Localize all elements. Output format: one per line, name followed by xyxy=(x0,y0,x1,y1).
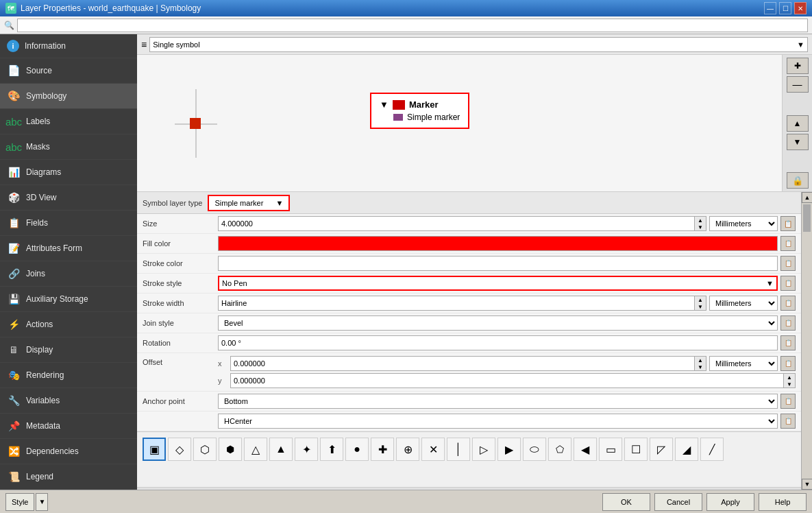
sidebar-item-metadata[interactable]: 📌 Metadata xyxy=(0,414,137,439)
search-input[interactable] xyxy=(17,19,808,32)
sidebar-item-diagrams[interactable]: 📊 Diagrams xyxy=(0,160,137,185)
offset-copy-button[interactable]: 📋 xyxy=(780,356,796,371)
shape-cross-circle-button[interactable]: ⊕ xyxy=(396,438,419,461)
stroke-color-copy-button[interactable]: 📋 xyxy=(780,256,796,271)
stroke-color-picker[interactable] xyxy=(218,256,778,271)
offset-x-spin-down[interactable]: ▼ xyxy=(695,363,706,370)
maximize-button[interactable]: ☐ xyxy=(779,2,791,14)
sidebar-item-rendering[interactable]: 🎭 Rendering xyxy=(0,363,137,388)
shape-square-outline-button[interactable]: ☐ xyxy=(624,438,648,461)
layer-rendering-bar[interactable]: ▶ Layer Rendering xyxy=(137,487,801,490)
scroll-thumb[interactable] xyxy=(803,204,811,232)
shape-star-button[interactable]: ✦ xyxy=(295,438,318,461)
offset-y-spin-down[interactable]: ▼ xyxy=(784,381,795,387)
simple-marker-swatch xyxy=(393,114,403,121)
size-copy-button[interactable]: 📋 xyxy=(780,216,796,231)
sidebar-item-fields[interactable]: 📋 Fields xyxy=(0,211,137,236)
sidebar-item-display[interactable]: 🖥 Display xyxy=(0,337,137,363)
move-down-button[interactable]: ▼ xyxy=(787,134,809,150)
size-unit-select[interactable]: Millimeters Pixels Points xyxy=(709,216,778,231)
sidebar-item-variables[interactable]: 🔧 Variables xyxy=(0,388,137,414)
sidebar-item-legend[interactable]: 📜 Legend xyxy=(0,464,137,490)
cancel-button[interactable]: Cancel xyxy=(654,493,702,511)
shape-triangle-up-button[interactable]: △ xyxy=(244,438,267,461)
sidebar-item-masks[interactable]: abc Masks xyxy=(0,134,137,160)
offset-x-spinbox: ▲ ▼ xyxy=(230,356,706,371)
sidebar-item-dependencies[interactable]: 🔀 Dependencies xyxy=(0,439,137,464)
apply-button[interactable]: Apply xyxy=(706,493,754,511)
symbol-tree: ▼ Marker Simple marker xyxy=(137,55,782,191)
stroke-width-copy-button[interactable]: 📋 xyxy=(780,296,796,311)
shape-x-button[interactable]: ✕ xyxy=(421,438,445,461)
close-button[interactable]: ✕ xyxy=(794,2,807,14)
sidebar-item-label: Information xyxy=(25,41,66,51)
shape-hexagon-button[interactable]: ⬡ xyxy=(193,438,217,461)
sidebar-item-3dview[interactable]: 🎲 3D View xyxy=(0,185,137,211)
sidebar-item-joins[interactable]: 🔗 Joins xyxy=(0,261,137,287)
anchor-point-copy-button[interactable]: 📋 xyxy=(780,394,796,409)
minimize-button[interactable]: — xyxy=(764,2,776,14)
add-layer-button[interactable]: ✚ xyxy=(787,58,809,74)
style-dropdown-arrow[interactable]: ▼ xyxy=(36,493,48,511)
sidebar-item-labels[interactable]: abc Labels xyxy=(0,109,137,134)
offset-x-spin-up[interactable]: ▲ xyxy=(695,357,706,363)
shape-arrow-right-filled-button[interactable]: ▶ xyxy=(497,438,521,461)
rotation-input[interactable] xyxy=(218,335,778,350)
fill-color-picker[interactable] xyxy=(218,236,778,251)
size-spin-down[interactable]: ▼ xyxy=(695,224,706,230)
help-button[interactable]: Help xyxy=(759,493,807,511)
shape-triangle-filled-button[interactable]: ▲ xyxy=(269,438,293,461)
shape-circle-button[interactable]: ● xyxy=(345,438,369,461)
stroke-width-input[interactable] xyxy=(218,296,694,311)
shape-triangle-br-button[interactable]: ◢ xyxy=(675,438,698,461)
anchor-point2-copy-button[interactable]: 📋 xyxy=(780,414,796,429)
stroke-width-unit-select[interactable]: Millimeters Pixels xyxy=(709,296,778,311)
sidebar-item-auxiliary-storage[interactable]: 💾 Auxiliary Storage xyxy=(0,287,137,312)
remove-layer-button[interactable]: — xyxy=(787,76,809,93)
shape-pentagon-button[interactable]: ⬠ xyxy=(548,438,571,461)
lock-button[interactable]: 🔒 xyxy=(787,172,809,189)
move-up-button[interactable]: ▲ xyxy=(787,115,809,132)
offset-x-input[interactable] xyxy=(230,356,694,371)
sidebar-item-source[interactable]: 📄 Source xyxy=(0,58,137,84)
shape-arrow-right-button[interactable]: ▷ xyxy=(472,438,495,461)
shape-cross-button[interactable]: ✚ xyxy=(371,438,394,461)
shape-rect-button[interactable]: ▭ xyxy=(599,438,622,461)
right-scrollbar[interactable]: ▲ ▼ xyxy=(801,192,812,490)
shape-line-button[interactable]: │ xyxy=(447,438,470,461)
shape-ellipse-button[interactable]: ⬭ xyxy=(523,438,546,461)
anchor-point-select2[interactable]: HCenter Left Right xyxy=(218,414,778,429)
scroll-down-button[interactable]: ▼ xyxy=(802,479,812,490)
shape-arrow-left-button[interactable]: ◀ xyxy=(574,438,597,461)
ok-button[interactable]: OK xyxy=(602,493,650,511)
symbol-type-dropdown[interactable]: Single symbol ▼ xyxy=(149,37,808,52)
stroke-width-spin-down[interactable]: ▼ xyxy=(695,303,706,310)
size-row: Size ▲ ▼ Millimeters Pixels Poi xyxy=(137,214,801,234)
shape-triangle-right-button[interactable]: ◸ xyxy=(650,438,673,461)
shape-line-diag-button[interactable]: ╱ xyxy=(700,438,724,461)
shape-square-button[interactable]: ▣ xyxy=(143,438,166,461)
sidebar-item-attributes-form[interactable]: 📝 Attributes Form xyxy=(0,236,137,261)
shape-arrow-up-button[interactable]: ⬆ xyxy=(320,438,343,461)
offset-y-input[interactable] xyxy=(230,373,783,388)
join-style-select[interactable]: Bevel Miter Round xyxy=(218,315,778,331)
symbol-layer-type-dropdown[interactable]: Simple marker ▼ xyxy=(208,195,290,211)
rotation-copy-button[interactable]: 📋 xyxy=(780,335,796,350)
stroke-style-copy-button[interactable]: 📋 xyxy=(780,276,796,291)
shape-octagon-button[interactable]: ⬢ xyxy=(219,438,242,461)
anchor-point-select1[interactable]: Bottom Top Center xyxy=(218,394,778,409)
style-button[interactable]: Style xyxy=(5,493,34,511)
offset-y-spin-up[interactable]: ▲ xyxy=(784,374,795,381)
shape-diamond-button[interactable]: ◇ xyxy=(168,438,191,461)
size-spin-up[interactable]: ▲ xyxy=(695,217,706,224)
sidebar-item-symbology[interactable]: 🎨 Symbology xyxy=(0,84,137,109)
fill-color-copy-button[interactable]: 📋 xyxy=(780,236,796,251)
size-input[interactable] xyxy=(218,216,694,231)
stroke-style-dropdown[interactable]: No Pen ▼ xyxy=(218,276,778,291)
sidebar-item-actions[interactable]: ⚡ Actions xyxy=(0,312,137,337)
join-style-copy-button[interactable]: 📋 xyxy=(780,315,796,331)
stroke-width-spin-up[interactable]: ▲ xyxy=(695,296,706,303)
sidebar-item-information[interactable]: i Information xyxy=(0,34,137,58)
offset-unit-select[interactable]: Millimeters Pixels xyxy=(709,356,778,371)
scroll-up-button[interactable]: ▲ xyxy=(802,192,812,203)
